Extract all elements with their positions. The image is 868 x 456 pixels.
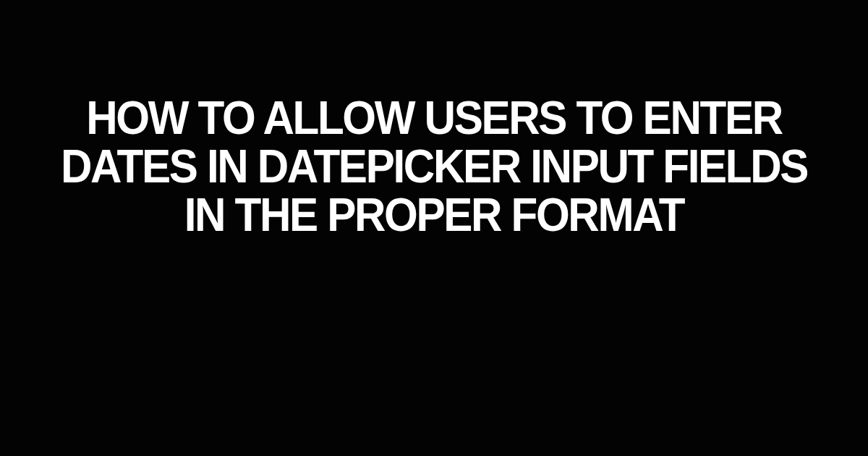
page-title: HOW TO ALLOW USERS TO ENTER DATES IN DAT… xyxy=(26,94,842,240)
